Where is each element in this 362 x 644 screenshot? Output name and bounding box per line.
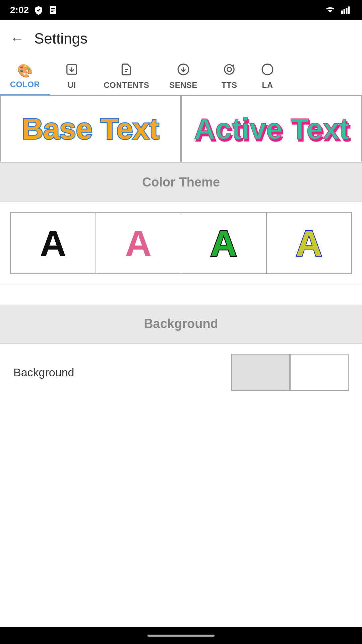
clipboard-icon [48,5,58,15]
tab-tts[interactable]: TTS [207,57,251,95]
la-icon [261,63,274,78]
document-icon [120,63,133,78]
svg-line-14 [233,65,234,66]
svg-rect-6 [346,8,347,14]
preview-area: Base Text Active Text Active Text [0,95,362,163]
ear-icon [223,63,236,78]
status-time: 2:02 [10,5,29,15]
tab-contents-label: CONTENTS [104,80,149,90]
status-bar: 2:02 [0,0,362,20]
app-header: ← Settings [0,20,362,57]
svg-rect-5 [344,9,345,14]
theme-black-letter: A [40,222,66,264]
svg-rect-2 [51,10,55,10]
theme-yellow-letter: A [296,222,322,264]
theme-black[interactable]: A [10,212,96,274]
theme-pink-letter: A [125,222,152,264]
tab-tts-label: TTS [222,80,237,90]
download-box-icon [65,63,78,78]
color-theme-section-header: Color Theme [0,163,362,202]
background-section-header: Background [0,305,362,343]
theme-green-black[interactable]: A [181,212,267,274]
active-text-wrapper: Active Text Active Text [194,112,349,146]
shield-icon [34,5,43,15]
tab-bar: 🎨 COLOR UI CONTENTS SENSE TTS LA [0,57,362,95]
tab-la-label: LA [262,80,273,90]
color-theme-title: Color Theme [142,175,220,190]
tab-ui[interactable]: UI [50,57,94,95]
background-row: Background [0,343,362,401]
back-button[interactable]: ← [10,31,24,47]
active-text-preview: Active Text Active Text [181,95,362,162]
svg-rect-4 [341,10,343,14]
palette-icon: 🎨 [17,64,33,77]
base-text-preview: Base Text [0,95,181,162]
svg-rect-3 [51,11,53,12]
bottom-home-indicator [147,635,215,637]
background-label: Background [13,366,74,379]
wifi-icon [324,5,336,15]
tab-contents[interactable]: CONTENTS [94,57,159,95]
tab-color[interactable]: 🎨 COLOR [0,58,50,95]
download-circle-icon [177,63,190,78]
color-theme-grid: A A A A [0,202,362,284]
tab-sense[interactable]: SENSE [159,57,207,95]
background-title: Background [144,317,218,331]
theme-green-letter: A [210,222,237,264]
status-right [324,5,352,15]
page-title: Settings [34,30,87,47]
base-text-display: Base Text [22,112,159,146]
svg-point-15 [262,64,273,75]
tab-ui-label: UI [68,80,76,90]
tab-la[interactable]: LA [251,57,284,95]
tab-sense-label: SENSE [169,80,197,90]
signal-icon [341,5,352,15]
theme-yellow-purple[interactable]: A [267,212,352,274]
swatch-white[interactable] [290,354,349,391]
svg-rect-1 [51,8,55,9]
svg-rect-7 [348,6,350,14]
tab-color-label: COLOR [10,80,40,89]
status-left: 2:02 [10,5,58,15]
background-swatches [231,354,349,391]
svg-point-13 [227,67,232,72]
swatch-gray[interactable] [231,354,290,391]
bottom-nav-bar [0,627,362,644]
active-text-foreground: Active Text [194,112,349,145]
background-section: Background Background [0,305,362,401]
theme-pink[interactable]: A [96,212,182,274]
